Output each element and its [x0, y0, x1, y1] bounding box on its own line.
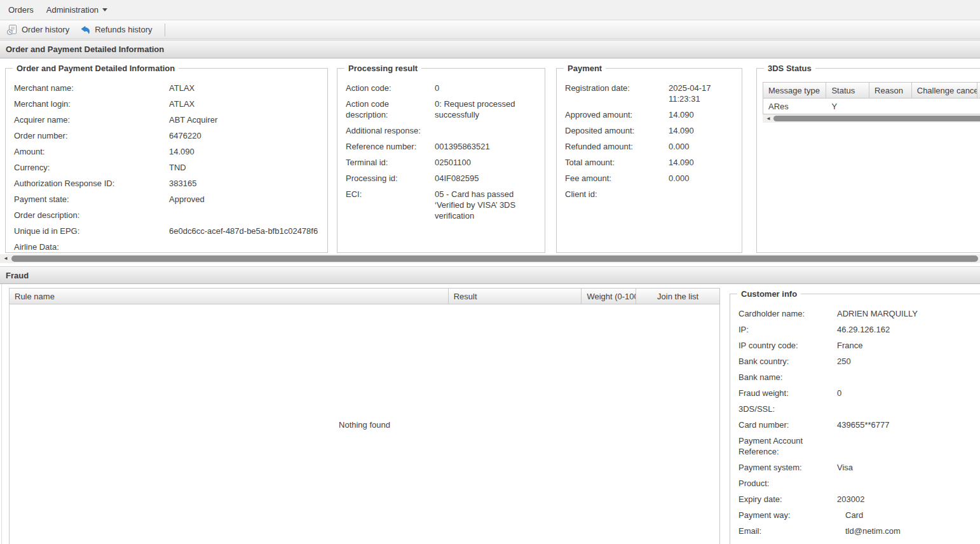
field-value: 14.090 [669, 109, 735, 120]
field-label: Reference number: [346, 141, 435, 152]
field-label: IP: [738, 324, 837, 335]
field-label: Payment way: [738, 510, 837, 520]
field-row: Payment way:Card [738, 510, 980, 520]
field-value: Card [837, 510, 980, 520]
field-value: 0.000 [669, 173, 735, 184]
field-row: Client id: [565, 189, 735, 200]
field-label: Currency: [14, 162, 169, 173]
field-label: Merchant login: [14, 99, 169, 109]
payment-fields: Registration date:2025-04-17 11:23:31 Ap… [557, 69, 742, 210]
field-value: ATLAX [169, 99, 321, 109]
field-value: Visa [837, 462, 980, 473]
cell-message-type: ARes [763, 99, 826, 114]
top-panels-scrollbar[interactable]: ◄ [0, 254, 980, 263]
scrollbar-thumb[interactable] [773, 116, 980, 121]
fraud-table: Rule name Result Weight (0-100) Join the… [9, 288, 720, 544]
processing-result-panel: Processing result Action code:0 Action c… [337, 68, 545, 253]
field-row: Merchant name:ATLAX [14, 83, 321, 93]
empty-state-text: Nothing found [10, 420, 719, 430]
column-header: Status [826, 83, 869, 98]
field-label: Expiry date: [738, 494, 837, 505]
field-value: 6476220 [169, 130, 321, 141]
menu-administration[interactable]: Administration [46, 5, 107, 15]
field-label: 3DS/SSL: [738, 404, 837, 414]
fraud-section-title: Fraud [6, 271, 29, 280]
scrollbar-thumb[interactable] [11, 255, 978, 262]
field-label: Email: [738, 526, 837, 536]
toolbar-separator [165, 24, 165, 36]
field-row: Additional response: [346, 125, 538, 136]
tds-table-scrollbar[interactable]: ◄ [763, 114, 980, 123]
field-value [837, 404, 980, 414]
field-row: Currency:TND [14, 162, 321, 173]
field-label: Fraud weight: [738, 388, 837, 398]
field-label: Approved amount: [565, 109, 669, 120]
payment-legend: Payment [564, 64, 606, 73]
tds-table-header: Message type Status Reason Challenge can… [763, 83, 980, 99]
processing-result-legend: Processing result [344, 64, 421, 73]
field-row: Expiry date:203002 [738, 494, 980, 505]
field-value: 05 - Card has passed ‘Verified by VISA’ … [435, 189, 538, 221]
field-label: Deposited amount: [565, 125, 669, 136]
processing-result-fields: Action code:0 Action code description:0:… [337, 69, 545, 231]
field-value: 14.090 [669, 125, 735, 136]
field-value: 2025-04-17 11:23:31 [669, 83, 735, 104]
column-header-weight: Weight (0-100) [582, 289, 636, 304]
field-label: Payment Account Reference: [738, 435, 837, 457]
field-label: ECI: [346, 189, 435, 221]
field-value [169, 210, 321, 221]
field-row: Reference number:001395863521 [346, 141, 538, 152]
field-value [669, 189, 735, 200]
field-label: Airline Data: [14, 241, 169, 252]
order-history-button[interactable]: Order history [5, 22, 74, 37]
field-value: ABT Acquirer [169, 114, 321, 125]
field-value: 0.000 [669, 141, 735, 152]
column-header: Reason [869, 83, 912, 98]
field-label: Refunded amount: [565, 141, 669, 152]
order-info-panel: Order and Payment Detailed Information M… [5, 68, 328, 253]
field-label: Merchant name: [14, 83, 169, 93]
field-label: Order description: [14, 210, 169, 221]
field-label: Order number: [14, 130, 169, 141]
column-header: Challenge cancel [912, 83, 977, 98]
field-row: 3DS/SSL: [738, 404, 980, 414]
cell-date: 17 [977, 99, 980, 114]
column-header-join-the-list: Join the list [636, 289, 719, 304]
field-label: Card number: [738, 419, 837, 430]
field-value: 203002 [837, 494, 980, 505]
field-row: Order description: [14, 210, 321, 221]
field-label: Registration date: [565, 83, 669, 104]
field-row: Payment system:Visa [738, 462, 980, 473]
scroll-left-arrow-icon[interactable]: ◄ [1, 254, 10, 263]
customer-info-legend: Customer info [737, 289, 801, 299]
field-value [837, 435, 980, 457]
field-row: Action code description:0: Request proce… [346, 99, 538, 120]
field-row: Bank country:250 [738, 356, 980, 367]
column-header: D [977, 83, 980, 98]
field-value: ADRIEN MARQUILLY [837, 308, 980, 319]
field-value [435, 125, 538, 136]
field-row: Refunded amount:0.000 [565, 141, 735, 152]
scroll-left-arrow-icon[interactable]: ◄ [764, 114, 773, 123]
field-label: Payment state: [14, 194, 169, 205]
fraud-section-header: Fraud [0, 266, 980, 284]
field-row: Amount:14.090 [14, 146, 321, 157]
field-row: Airline Data: [14, 241, 321, 252]
field-row: Fraud weight:0 [738, 388, 980, 398]
field-value: ATLAX [169, 83, 321, 93]
refunds-history-button[interactable]: Refunds history [78, 22, 157, 37]
field-row: Cardholder name:ADRIEN MARQUILLY [738, 308, 980, 319]
cell-challenge-cancel [912, 99, 977, 114]
field-value: 0 [435, 83, 538, 93]
field-row: Action code:0 [346, 83, 538, 93]
payment-panel: Payment Registration date:2025-04-17 11:… [556, 68, 742, 253]
field-label: Payment system: [738, 462, 837, 473]
menubar: Orders Administration [0, 0, 980, 20]
field-value [837, 372, 980, 383]
field-row: Terminal id:02501100 [346, 157, 538, 168]
menu-orders[interactable]: Orders [8, 5, 34, 15]
field-row: Fee amount:0.000 [565, 173, 735, 184]
field-label: Authorization Response ID: [14, 178, 169, 189]
order-info-legend: Order and Payment Detailed Information [13, 64, 179, 73]
field-value [837, 478, 980, 489]
